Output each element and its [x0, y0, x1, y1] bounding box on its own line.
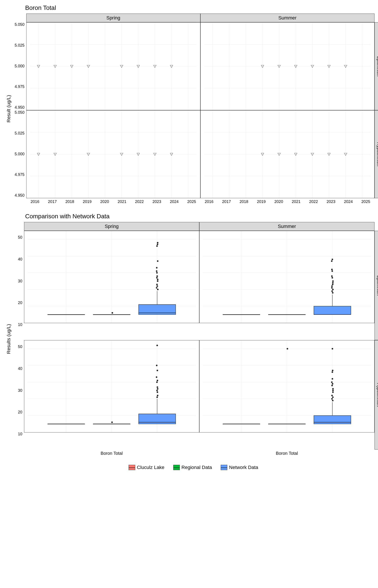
svg-point-222	[332, 372, 333, 373]
svg-point-146	[331, 287, 333, 289]
legend-label: Cluculz Lake	[137, 465, 164, 470]
panel-summer-hypo	[200, 110, 375, 198]
facet-col-spring: Spring	[24, 222, 199, 231]
svg-point-118	[156, 267, 158, 269]
y-axis-label: Results (ug/L)	[4, 222, 13, 456]
panel-summer-epi-box	[199, 231, 375, 323]
panel-spring-epi-box	[24, 231, 199, 323]
svg-point-156	[332, 259, 333, 260]
svg-point-216	[332, 390, 334, 391]
svg-point-108	[157, 289, 159, 290]
legend-swatch-icon	[173, 465, 180, 470]
svg-point-219	[332, 383, 333, 385]
legend-label: Network Data	[229, 465, 258, 470]
comparison-chart: Comparison with Network Data Results (ug…	[4, 213, 378, 456]
svg-point-178	[156, 396, 158, 398]
svg-point-150	[332, 281, 334, 282]
legend-swatch-icon	[221, 465, 227, 470]
facet-row-epi: Epilimnion	[375, 22, 378, 110]
legend: Cluculz Lake Regional Data Network Data	[4, 465, 378, 470]
panel-summer-hypo-box	[199, 340, 375, 432]
svg-point-180	[157, 391, 158, 393]
facet-row-hypo: Hypolimnion	[375, 110, 378, 198]
svg-point-206	[286, 348, 288, 349]
y-ticks: 5040302010	[13, 340, 24, 450]
y-ticks: 5.0505.0255.0004.9754.950	[13, 22, 26, 110]
svg-point-221	[332, 378, 333, 380]
svg-point-145	[332, 289, 334, 290]
svg-point-185	[157, 380, 158, 381]
svg-point-103	[112, 312, 113, 314]
svg-point-110	[156, 285, 158, 287]
legend-item-network: Network Data	[221, 465, 258, 470]
panel-spring-epi	[26, 22, 200, 110]
x-category: Boron Total	[199, 450, 375, 456]
legend-swatch-icon	[129, 465, 135, 470]
svg-point-186	[156, 376, 157, 378]
svg-point-223	[332, 370, 333, 371]
svg-point-121	[157, 244, 158, 245]
legend-item-cluculz: Cluculz Lake	[129, 465, 164, 470]
svg-point-116	[156, 272, 158, 273]
y-axis-label: Result (ug/L)	[4, 13, 13, 204]
svg-point-188	[156, 365, 158, 366]
svg-point-181	[156, 390, 158, 391]
svg-point-189	[156, 345, 158, 346]
legend-item-regional: Regional Data	[173, 465, 212, 470]
svg-point-179	[157, 395, 158, 396]
svg-point-115	[156, 275, 158, 277]
svg-point-212	[331, 398, 333, 400]
svg-point-109	[156, 287, 157, 289]
svg-point-183	[157, 386, 158, 388]
chart-title: Comparison with Network Data	[25, 213, 378, 220]
svg-point-147	[331, 285, 333, 287]
facet-row-epi: Epilimnion	[375, 231, 378, 340]
chart-title: Boron Total	[25, 4, 378, 11]
svg-point-112	[157, 281, 158, 282]
svg-point-113	[157, 279, 158, 280]
x-category: Boron Total	[24, 450, 199, 456]
svg-point-149	[332, 282, 334, 283]
svg-point-111	[156, 284, 158, 285]
svg-point-117	[156, 270, 158, 272]
svg-point-154	[331, 269, 333, 270]
svg-point-218	[331, 385, 333, 386]
svg-point-215	[332, 391, 334, 393]
panel-spring-hypo-box	[24, 340, 199, 432]
x-ticks: 2016201720182019202020212022202320242025	[200, 198, 375, 204]
svg-point-182	[157, 388, 158, 390]
svg-point-155	[331, 260, 333, 262]
facet-col-summer: Summer	[199, 222, 375, 231]
x-ticks: 2016201720182019202020212022202320242025	[26, 198, 200, 204]
y-ticks: 5040302010	[13, 231, 24, 340]
svg-point-144	[331, 290, 333, 292]
svg-point-224	[332, 348, 333, 349]
svg-point-143	[332, 292, 333, 294]
svg-point-151	[332, 277, 333, 279]
svg-rect-141	[314, 306, 351, 315]
svg-point-148	[332, 284, 333, 285]
legend-label: Regional Data	[182, 465, 212, 470]
panel-spring-hypo	[26, 110, 200, 198]
facet-col-summer: Summer	[200, 13, 375, 22]
svg-point-220	[331, 381, 333, 383]
svg-point-173	[111, 422, 113, 423]
svg-point-114	[156, 277, 158, 279]
svg-point-217	[332, 388, 334, 390]
svg-point-153	[331, 270, 333, 272]
svg-point-152	[331, 275, 333, 277]
svg-point-187	[157, 370, 158, 371]
facet-col-spring: Spring	[26, 13, 200, 22]
y-ticks: 5.0505.0255.0004.9754.950	[13, 110, 26, 198]
svg-point-213	[332, 396, 334, 398]
svg-point-214	[331, 395, 333, 396]
svg-point-184	[156, 381, 158, 383]
panel-summer-epi	[200, 22, 375, 110]
svg-point-119	[157, 260, 158, 262]
svg-rect-209	[314, 416, 351, 424]
svg-point-211	[332, 400, 334, 401]
facet-row-hypo: Hypolimnion	[375, 340, 378, 450]
boron-total-chart: Boron Total Result (ug/L) Spring Summer …	[4, 4, 378, 204]
svg-point-120	[156, 245, 158, 247]
svg-point-122	[157, 242, 158, 243]
